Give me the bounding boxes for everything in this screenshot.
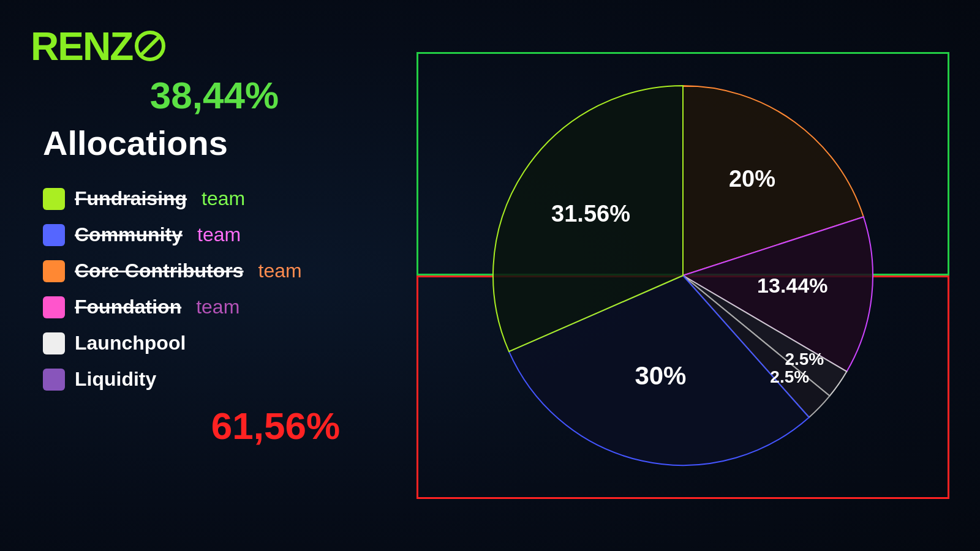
core-team: team [258, 260, 302, 282]
launchpool-label: Launchpool [75, 332, 186, 354]
foundation-swatch [43, 296, 65, 318]
chart-svg: 20% 13.44% 2.5% 2.5% 30% 31.56% [417, 52, 949, 499]
svg-text:2.5%: 2.5% [770, 367, 809, 386]
fundraising-team: team [202, 187, 245, 210]
svg-text:20%: 20% [729, 166, 775, 192]
foundation-team: team [196, 296, 239, 318]
percent-bottom: 61,56% [153, 404, 398, 448]
legend-item-fundraising: Fundraising team [43, 187, 398, 210]
svg-text:2.5%: 2.5% [785, 350, 824, 369]
core-label: Core Contributors [75, 260, 244, 282]
legend: Fundraising team Community team Core Con… [43, 187, 398, 391]
launchpool-swatch [43, 332, 65, 354]
svg-text:31.56%: 31.56% [551, 201, 630, 227]
foundation-label: Foundation [75, 296, 181, 318]
legend-item-launchpool: Launchpool [43, 332, 398, 354]
legend-item-community: Community team [43, 223, 398, 246]
fundraising-swatch [43, 188, 65, 210]
allocations-title: Allocations [43, 123, 398, 163]
fundraising-label: Fundraising [75, 187, 187, 210]
svg-text:RENZ: RENZ [31, 24, 133, 67]
left-panel: 38,44% Allocations Fundraising team Comm… [31, 73, 398, 448]
percent-top: 38,44% [31, 73, 398, 117]
chart-area: 20% 13.44% 2.5% 2.5% 30% 31.56% [417, 52, 949, 499]
legend-item-foundation: Foundation team [43, 296, 398, 318]
liquidity-label: Liquidity [75, 368, 156, 391]
core-swatch [43, 260, 65, 282]
community-swatch [43, 224, 65, 246]
legend-item-liquidity: Liquidity [43, 368, 398, 391]
liquidity-swatch [43, 369, 65, 391]
community-team: team [197, 223, 241, 246]
legend-item-core: Core Contributors team [43, 260, 398, 282]
svg-line-2 [140, 36, 160, 56]
svg-text:13.44%: 13.44% [757, 274, 827, 297]
community-label: Community [75, 223, 183, 246]
svg-text:30%: 30% [635, 361, 686, 390]
logo: RENZ [31, 24, 165, 70]
